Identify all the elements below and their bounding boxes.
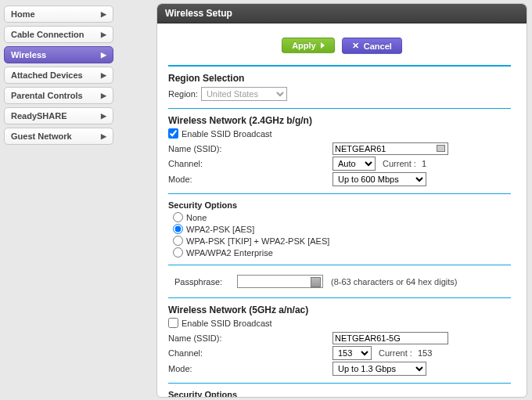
channel-24-select[interactable]: Auto: [332, 157, 376, 171]
mode-5-label: Mode:: [168, 364, 332, 373]
sec5-title: Security Options: [168, 390, 511, 397]
nav-parental-controls[interactable]: Parental Controls▶: [4, 87, 113, 104]
ssid-24-label: Name (SSID):: [168, 144, 332, 153]
ssid-24-input[interactable]: [332, 142, 448, 155]
content-scroll[interactable]: Region Selection Region: United States W…: [157, 62, 527, 397]
channel-5-select[interactable]: 153: [332, 346, 372, 360]
current-24-value: 1: [422, 159, 426, 168]
pass24-hint: (8-63 characters or 64 hex digits): [331, 277, 457, 286]
region-section-title: Region Selection: [168, 73, 511, 84]
play-icon: [321, 42, 325, 49]
mode-5-select[interactable]: Up to 1.3 Gbps: [332, 362, 426, 376]
button-bar: Apply ✕Cancel: [157, 23, 527, 62]
pass24-label: Passphrase:: [174, 277, 237, 286]
nav-label: Parental Controls: [11, 91, 83, 100]
chevron-right-icon: ▶: [101, 51, 106, 59]
channel-24-label: Channel:: [168, 159, 332, 168]
sec24-none-radio[interactable]: [173, 212, 183, 222]
mode-24-label: Mode:: [168, 175, 332, 184]
nav-label: Attached Devices: [11, 70, 83, 80]
current-5-label: Current :: [379, 348, 412, 358]
chevron-right-icon: ▶: [101, 92, 106, 99]
ssid-5-input[interactable]: [332, 332, 448, 344]
nav-readyshare[interactable]: ReadySHARE▶: [4, 107, 113, 124]
ssid-broadcast-5-checkbox[interactable]: [168, 318, 178, 328]
panel-title: Wireless Setup: [157, 4, 527, 23]
ssid-broadcast-24-checkbox[interactable]: [168, 128, 178, 139]
nav-label: Wireless: [11, 50, 46, 59]
nav-cable-connection[interactable]: Cable Connection▶: [4, 26, 113, 43]
sec24-wpa2-radio[interactable]: [173, 224, 183, 234]
ssid-broadcast-5-label: Enable SSID Broadcast: [182, 319, 272, 328]
sec24-mixed-label: WPA-PSK [TKIP] + WPA2-PSK [AES]: [186, 236, 329, 246]
nav-label: Guest Network: [11, 132, 72, 141]
chevron-right-icon: ▶: [101, 132, 106, 140]
current-24-label: Current :: [383, 159, 416, 168]
keyboard-icon[interactable]: [437, 145, 445, 152]
divider: [168, 383, 511, 384]
apply-label: Apply: [292, 41, 316, 50]
sec24-ent-radio[interactable]: [173, 247, 183, 258]
ssid-broadcast-24-label: Enable SSID Broadcast: [182, 129, 272, 139]
divider: [168, 108, 511, 109]
sec24-title: Security Options: [168, 200, 511, 210]
chevron-right-icon: ▶: [101, 31, 106, 38]
nav-wireless[interactable]: Wireless▶: [4, 46, 113, 63]
divider: [168, 65, 511, 67]
nav-attached-devices[interactable]: Attached Devices▶: [4, 67, 113, 84]
nav-guest-network[interactable]: Guest Network▶: [4, 128, 113, 145]
sec24-ent-label: WPA/WPA2 Enterprise: [186, 248, 273, 258]
chevron-right-icon: ▶: [101, 10, 106, 18]
ssid-5-label: Name (SSID):: [168, 333, 332, 343]
pass24-input[interactable]: [237, 275, 323, 288]
current-5-value: 153: [418, 348, 432, 358]
sec24-mixed-radio[interactable]: [173, 236, 183, 246]
panel: Wireless Setup Apply ✕Cancel Region Sele…: [156, 3, 527, 398]
apply-button[interactable]: Apply: [282, 38, 335, 53]
x-icon: ✕: [352, 41, 359, 51]
chevron-right-icon: ▶: [101, 112, 106, 120]
channel-5-label: Channel:: [168, 348, 332, 358]
nav-label: ReadySHARE: [11, 111, 67, 121]
nav-home[interactable]: Home▶: [4, 5, 113, 23]
sidebar: Home▶ Cable Connection▶ Wireless▶ Attach…: [0, 0, 117, 400]
net24-section-title: Wireless Network (2.4GHz b/g/n): [168, 115, 511, 126]
divider: [168, 297, 511, 298]
cancel-label: Cancel: [364, 41, 392, 51]
cancel-button[interactable]: ✕Cancel: [342, 38, 402, 54]
chevron-right-icon: ▶: [101, 71, 106, 79]
mode-24-select[interactable]: Up to 600 Mbps: [332, 172, 426, 186]
region-select[interactable]: United States: [201, 87, 287, 101]
sec24-none-label: None: [186, 213, 207, 222]
sec24-wpa2-label: WPA2-PSK [AES]: [186, 225, 254, 234]
nav-label: Home: [11, 9, 35, 19]
region-label: Region:: [168, 89, 198, 99]
divider: [168, 265, 511, 265]
divider: [168, 193, 511, 194]
net5-section-title: Wireless Network (5GHz a/n/ac): [168, 305, 511, 315]
nav-label: Cable Connection: [11, 30, 84, 39]
